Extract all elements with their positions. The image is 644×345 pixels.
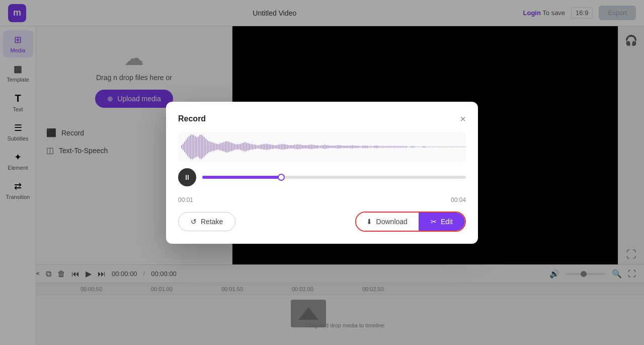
retake-icon: ↺ — [191, 218, 197, 226]
dialog-close-button[interactable]: × — [460, 114, 466, 124]
time-total: 00:04 — [451, 196, 466, 203]
dialog-title: Record — [178, 114, 206, 123]
modal-overlay: Record × ⏸ 00:01 00:04 ↺ Retake — [0, 0, 644, 345]
record-dialog: Record × ⏸ 00:01 00:04 ↺ Retake — [166, 102, 478, 244]
progress-bar[interactable] — [202, 176, 466, 179]
download-label: Download — [376, 218, 408, 226]
scissors-icon: ✂ — [431, 218, 437, 226]
waveform-display — [178, 132, 466, 162]
download-button[interactable]: ⬇ Download — [356, 213, 418, 231]
action-button-group: ⬇ Download ✂ Edit — [355, 212, 466, 232]
edit-label: Edit — [441, 218, 453, 226]
retake-label: Retake — [201, 218, 223, 226]
time-current: 00:01 — [178, 196, 193, 203]
time-labels: 00:01 00:04 — [178, 196, 466, 203]
edit-button[interactable]: ✂ Edit — [419, 213, 465, 231]
retake-button[interactable]: ↺ Retake — [178, 212, 235, 231]
pause-icon: ⏸ — [184, 173, 191, 181]
dialog-header: Record × — [178, 114, 466, 124]
dialog-actions: ↺ Retake ⬇ Download ✂ Edit — [178, 212, 466, 232]
play-pause-button[interactable]: ⏸ — [178, 168, 196, 186]
download-icon: ⬇ — [366, 218, 372, 226]
progress-fill — [202, 176, 281, 179]
playback-controls: ⏸ — [178, 168, 466, 186]
progress-thumb — [278, 174, 285, 181]
